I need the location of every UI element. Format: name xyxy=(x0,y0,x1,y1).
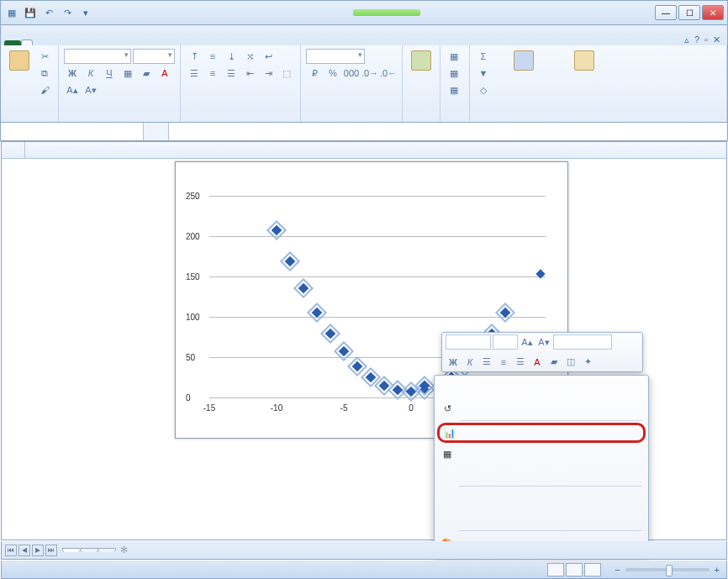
mini-align-right-icon[interactable]: ☰ xyxy=(513,355,528,370)
increase-decimal-icon[interactable]: .0→ xyxy=(361,66,378,81)
view-page-layout-icon[interactable] xyxy=(566,563,583,576)
align-bottom-icon[interactable]: ⤓ xyxy=(223,49,240,64)
decrease-font-icon[interactable]: A▾ xyxy=(82,82,99,97)
font-name-combo[interactable] xyxy=(64,49,131,64)
sheet-nav-next-icon[interactable]: ▶ xyxy=(32,545,44,556)
underline-icon[interactable]: Ч xyxy=(101,66,118,81)
select-all-corner[interactable] xyxy=(2,142,25,158)
mini-grow-font-icon[interactable]: A▴ xyxy=(520,334,535,350)
border-icon[interactable]: ▦ xyxy=(119,66,136,81)
wrap-text-icon[interactable]: ↩ xyxy=(260,49,277,64)
data-marker[interactable] xyxy=(272,225,282,236)
decrease-decimal-icon[interactable]: .0← xyxy=(380,66,397,81)
new-sheet-icon[interactable]: ✻ xyxy=(120,545,128,555)
name-box[interactable] xyxy=(1,123,144,140)
minimize-ribbon-icon[interactable]: ▵ xyxy=(684,34,689,45)
view-normal-icon[interactable] xyxy=(547,563,564,576)
sheet-nav-first-icon[interactable]: ⏮ xyxy=(5,545,17,556)
data-marker[interactable] xyxy=(379,380,390,391)
fx-icon[interactable] xyxy=(144,123,169,140)
window-restore-icon[interactable]: ▫ xyxy=(704,34,708,45)
mini-bold-icon[interactable]: Ж xyxy=(446,355,461,370)
mini-align-center-icon[interactable]: ≡ xyxy=(496,355,511,370)
font-size-combo[interactable] xyxy=(133,49,175,64)
decrease-indent-icon[interactable]: ⇤ xyxy=(241,66,258,81)
zoom-in-icon[interactable]: + xyxy=(715,565,720,575)
data-marker[interactable] xyxy=(406,387,417,397)
align-top-icon[interactable]: ⤒ xyxy=(186,49,203,64)
cm-change-chart-type[interactable]: 📊 xyxy=(437,423,646,443)
sheet-nav-last-icon[interactable]: ⏭ xyxy=(45,545,57,556)
mini-font-combo[interactable] xyxy=(446,334,491,350)
clear-icon[interactable]: ◇ xyxy=(475,82,492,97)
data-marker[interactable] xyxy=(352,361,363,371)
align-center-icon[interactable]: ≡ xyxy=(204,66,221,81)
zoom-out-icon[interactable]: − xyxy=(615,565,620,575)
increase-font-icon[interactable]: A▴ xyxy=(64,82,81,97)
italic-icon[interactable]: К xyxy=(82,66,99,81)
format-painter-icon[interactable]: 🖌 xyxy=(36,82,53,97)
paste-button[interactable] xyxy=(6,49,33,74)
mini-shrink-font-icon[interactable]: A▾ xyxy=(536,334,551,350)
format-cells-icon[interactable]: ▦ xyxy=(446,82,462,97)
copy-icon[interactable]: ⧉ xyxy=(36,66,53,81)
align-left-icon[interactable]: ☰ xyxy=(186,66,203,81)
maximize-button[interactable]: ☐ xyxy=(678,5,700,20)
font-color-icon[interactable]: A xyxy=(156,66,173,81)
mini-series-combo[interactable] xyxy=(553,334,612,350)
orientation-icon[interactable]: ⤭ xyxy=(241,49,258,64)
mini-size-combo[interactable] xyxy=(493,334,518,350)
bold-icon[interactable]: Ж xyxy=(64,66,81,81)
cut-icon[interactable]: ✂ xyxy=(36,49,53,64)
mini-fill-color-icon[interactable]: ▰ xyxy=(546,355,562,370)
merge-icon[interactable]: ⬚ xyxy=(278,66,295,81)
data-marker[interactable] xyxy=(339,346,350,357)
comma-icon[interactable]: 000 xyxy=(343,66,360,81)
chart-title[interactable] xyxy=(176,162,567,172)
align-middle-icon[interactable]: ≡ xyxy=(204,49,221,64)
view-page-break-icon[interactable] xyxy=(584,563,601,576)
percent-icon[interactable]: % xyxy=(324,66,341,81)
sheet-tab-2[interactable] xyxy=(80,548,98,552)
currency-icon[interactable]: ₽ xyxy=(306,66,323,81)
sheet-tab-3[interactable] xyxy=(98,548,116,552)
formula-input[interactable] xyxy=(169,123,727,140)
close-button[interactable]: ✕ xyxy=(702,5,724,20)
fill-icon[interactable]: ▼ xyxy=(475,66,492,81)
chart-legend[interactable] xyxy=(537,270,547,279)
find-select-button[interactable] xyxy=(556,49,613,74)
tab-home[interactable] xyxy=(21,39,33,45)
cm-add-labels[interactable] xyxy=(437,488,646,508)
data-marker[interactable] xyxy=(325,329,336,340)
save-icon[interactable]: 💾 xyxy=(23,5,38,20)
autosum-icon[interactable]: Σ xyxy=(475,49,492,64)
help-icon[interactable]: ? xyxy=(694,34,699,45)
mini-effects-icon[interactable]: ✦ xyxy=(580,355,595,370)
minimize-button[interactable]: — xyxy=(655,5,677,20)
mini-font-color-icon[interactable]: A xyxy=(530,355,545,370)
align-right-icon[interactable]: ☰ xyxy=(223,66,240,81)
data-marker[interactable] xyxy=(366,372,377,383)
delete-cells-icon[interactable]: ▦ xyxy=(446,66,462,81)
redo-icon[interactable]: ↷ xyxy=(60,5,75,20)
data-marker[interactable] xyxy=(298,283,309,294)
data-marker[interactable] xyxy=(285,255,296,266)
workbook-close-icon[interactable]: ✕ xyxy=(713,34,720,45)
sort-filter-button[interactable] xyxy=(495,49,552,74)
insert-cells-icon[interactable]: ▦ xyxy=(446,49,462,64)
mini-align-left-icon[interactable]: ☰ xyxy=(479,355,494,370)
zoom-slider[interactable] xyxy=(625,568,710,571)
data-marker[interactable] xyxy=(393,385,404,396)
fill-color-icon[interactable]: ▰ xyxy=(138,66,155,81)
cm-select-data[interactable]: ▦ xyxy=(437,444,646,464)
increase-indent-icon[interactable]: ⇥ xyxy=(260,66,277,81)
mini-outline-icon[interactable]: ◫ xyxy=(563,355,578,370)
qat-more-icon[interactable]: ▾ xyxy=(78,5,93,20)
styles-button[interactable] xyxy=(408,49,435,74)
undo-icon[interactable]: ↶ xyxy=(41,5,56,20)
sheet-tab-1[interactable] xyxy=(62,548,81,552)
mini-italic-icon[interactable]: К xyxy=(462,355,477,370)
cm-delete[interactable] xyxy=(437,378,646,398)
sheet-nav-prev-icon[interactable]: ◀ xyxy=(18,545,30,556)
number-format-combo[interactable] xyxy=(306,49,365,64)
